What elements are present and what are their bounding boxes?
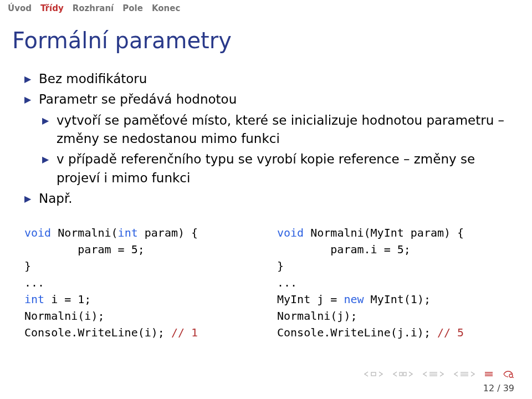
- nav-item-pole[interactable]: Pole: [122, 3, 143, 13]
- bullet-3: Např.: [24, 190, 508, 208]
- code-right: void Normalni(MyInt param) { param.i = 5…: [277, 224, 508, 341]
- svg-line-13: [512, 377, 514, 378]
- nav-item-rozhrani[interactable]: Rozhraní: [73, 3, 114, 13]
- bullet-2a: vytvoří se paměťové místo, které se inic…: [42, 111, 508, 149]
- nav-search-icon[interactable]: [502, 370, 514, 378]
- nav-prev-section-icon[interactable]: [364, 371, 383, 377]
- nav-prev-subsection-icon[interactable]: [392, 371, 413, 377]
- nav-item-konec[interactable]: Konec: [152, 3, 180, 13]
- nav-goto-end-icon[interactable]: [484, 371, 493, 377]
- svg-rect-0: [371, 372, 376, 376]
- bullet-1: Bez modifikátoru: [24, 70, 508, 88]
- svg-rect-2: [403, 372, 406, 376]
- beamer-nav-icons: [364, 370, 514, 378]
- top-nav: Úvod Třídy Rozhraní Pole Konec: [0, 0, 532, 16]
- nav-prev-frame-icon[interactable]: [422, 371, 444, 377]
- code-columns: void Normalni(int param) { param = 5; } …: [0, 210, 532, 341]
- svg-rect-1: [400, 372, 402, 376]
- content-area: Bez modifikátoru Parametr se předává hod…: [0, 70, 532, 208]
- page-title: Formální parametry: [0, 16, 532, 70]
- nav-item-uvod[interactable]: Úvod: [8, 3, 32, 13]
- bullet-2: Parametr se předává hodnotou vytvoří se …: [24, 90, 508, 187]
- nav-back-forward-icon[interactable]: [453, 371, 475, 377]
- nav-item-tridy[interactable]: Třídy: [40, 3, 64, 13]
- page-number: 12 / 39: [483, 383, 514, 393]
- bullet-2b: v případě referenčního typu se vyrobí ko…: [42, 150, 508, 187]
- code-left: void Normalni(int param) { param = 5; } …: [24, 224, 255, 341]
